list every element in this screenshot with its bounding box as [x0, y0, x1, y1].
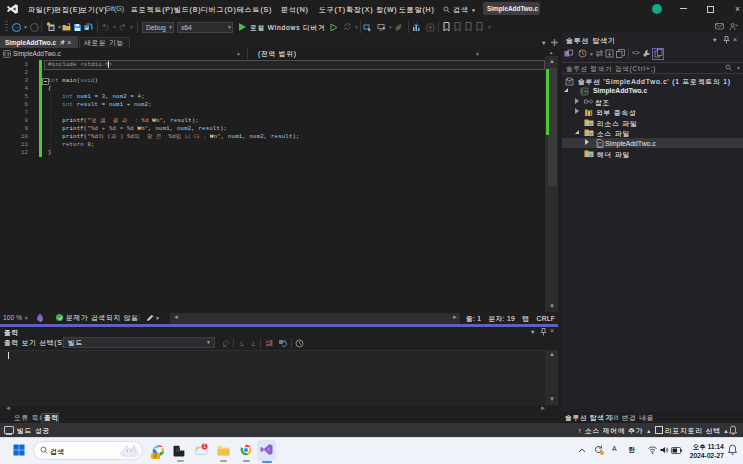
svg-text:P: P	[154, 454, 157, 459]
